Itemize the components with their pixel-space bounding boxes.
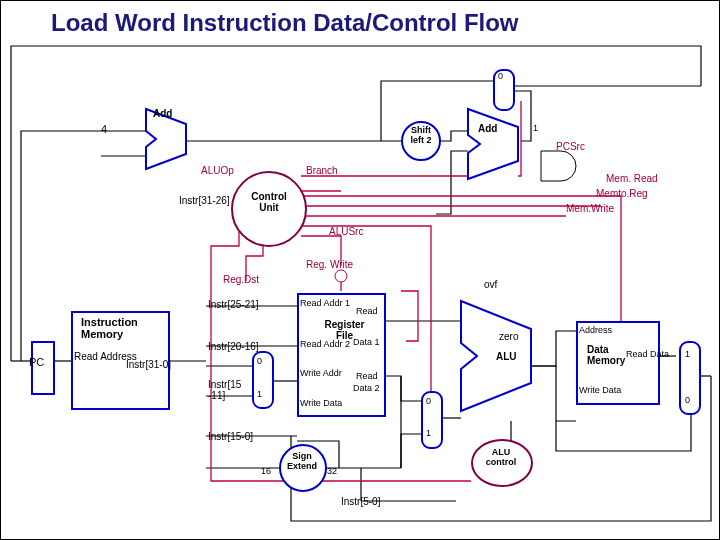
mux-pcsrc-0: 0 — [498, 71, 503, 81]
instr15-11-label: Instr[15 -11] — [208, 379, 241, 401]
memwrite-label: Mem.Write — [566, 203, 614, 214]
add2-label: Add — [478, 123, 497, 134]
mux-regdst — [252, 351, 274, 409]
se-32-label: 32 — [327, 466, 337, 476]
instr31-0-label: Instr[31-0] — [126, 359, 171, 370]
mux-memtoreg-1: 1 — [685, 349, 690, 359]
alu-label: ALU — [496, 351, 517, 362]
mux-pcsrc-1: 1 — [533, 123, 538, 133]
instr5-0-label: Instr[5-0] — [341, 496, 380, 507]
mux-alusrc-1: 1 — [426, 428, 431, 438]
write-data-label: Write Data — [300, 398, 342, 408]
shift-left-2-label: Shift left 2 — [405, 125, 437, 145]
mux-alusrc — [421, 391, 443, 449]
dm-read-data-label: Read Data — [626, 349, 669, 359]
data2-label: Data 2 — [353, 383, 380, 393]
mux-regdst-0: 0 — [257, 356, 262, 366]
instr25-21-label: Instr[25-21] — [208, 299, 259, 310]
read-label-1: Read — [356, 306, 378, 316]
aluop-label: ALUOp — [201, 165, 234, 176]
instr31-26-label: Instr[31-26] — [179, 195, 230, 206]
register-file-label: Register File — [317, 319, 372, 341]
control-unit-label: Control Unit — [245, 191, 293, 213]
instruction-memory-label: Instruction Memory — [81, 316, 161, 340]
pc-block — [31, 341, 55, 395]
page-title: Load Word Instruction Data/Control Flow — [51, 9, 519, 37]
sign-extend-label: Sign Extend — [284, 451, 320, 471]
memread-label: Mem. Read — [606, 173, 658, 184]
mux-regdst-1: 1 — [257, 389, 262, 399]
zero-label: zero — [499, 331, 518, 342]
memtoreg-label: Memto.Reg — [596, 188, 648, 199]
instr15-0-label: Instr[15-0] — [208, 431, 253, 442]
svg-point-21 — [335, 270, 347, 282]
regdst-label: Reg.Dst — [223, 274, 259, 285]
regwrite-label: Reg. Write — [306, 259, 353, 270]
se-16-label: 16 — [261, 466, 271, 476]
mux-memtoreg-0: 0 — [685, 395, 690, 405]
alusrc-label: ALUSrc — [329, 226, 363, 237]
mux-alusrc-0: 0 — [426, 396, 431, 406]
dm-write-data-label: Write Data — [579, 385, 621, 395]
pc-label: PC — [29, 356, 44, 368]
write-addr-label: Write Addr — [300, 368, 342, 378]
instr20-16-label: Instr[20-16] — [208, 341, 259, 352]
pcsrc-label: PCSrc — [556, 141, 585, 152]
ovf-label: ovf — [484, 279, 497, 290]
adder-2 — [468, 109, 518, 179]
branch-label: Branch — [306, 165, 338, 176]
mux-pcsrc — [493, 69, 515, 111]
read-label-2: Read — [356, 371, 378, 381]
dm-address-label: Address — [579, 325, 612, 335]
const4-label: 4 — [101, 123, 107, 135]
add1-label: Add — [153, 108, 172, 119]
wires-svg — [1, 1, 720, 540]
alu-control-label: ALU control — [479, 447, 523, 467]
read-addr1-label: Read Addr 1 — [300, 298, 350, 308]
svg-marker-24 — [468, 109, 518, 179]
